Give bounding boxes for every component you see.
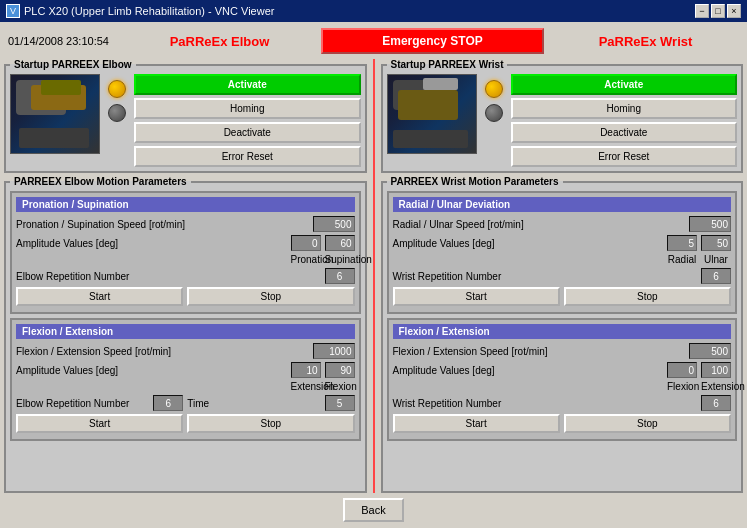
wrist-rep-label: Wrist Repetition Number	[393, 271, 698, 282]
parreex-elbow-label: PaRReEx Elbow	[126, 34, 313, 49]
elbow-activate-button[interactable]: Activate	[134, 74, 361, 95]
wrist-flex-ext-section: Flexion / Extension Flexion / Extension …	[387, 318, 738, 441]
pron-sup-section: Pronation / Supination Pronation / Supin…	[10, 191, 361, 314]
wrist-ext-ampl-input[interactable]	[701, 362, 731, 378]
flex-speed-label: Flexion / Extension Speed [rot/min]	[16, 346, 309, 357]
wrist-flex-ext-header: Flexion / Extension	[393, 324, 732, 339]
elbow-deactivate-button[interactable]: Deactivate	[134, 122, 361, 143]
elbow-led-1	[108, 80, 126, 98]
elbow-robot-image	[10, 74, 100, 154]
ext-ampl-input[interactable]	[291, 362, 321, 378]
ulnar-sublabel: Ulnar	[701, 254, 731, 265]
pron-stop-button[interactable]: Stop	[187, 287, 354, 306]
sup-ampl-input[interactable]	[325, 235, 355, 251]
elbow-rep-input[interactable]	[325, 268, 355, 284]
time-input[interactable]	[325, 395, 355, 411]
rad-ulnar-header: Radial / Ulnar Deviation	[393, 197, 732, 212]
wrist-motion-legend: PARREEX Wrist Motion Parameters	[387, 176, 563, 187]
wrist-flex-speed-label: Flexion / Extension Speed [rot/min]	[393, 346, 686, 357]
pron-sup-header: Pronation / Supination	[16, 197, 355, 212]
uln-ampl-input[interactable]	[701, 235, 731, 251]
title-bar: V PLC X20 (Upper Limb Rehabilitation) - …	[0, 0, 747, 22]
flex-rep-label: Elbow Repetition Number	[16, 398, 149, 409]
rad-ampl-input[interactable]	[667, 235, 697, 251]
wrist-led-2	[485, 104, 503, 122]
wrist-flex-rep-label: Wrist Repetition Number	[393, 398, 698, 409]
wrist-motion-box: PARREEX Wrist Motion Parameters Radial /…	[381, 176, 744, 493]
time-label: Time	[187, 398, 320, 409]
window-title: PLC X20 (Upper Limb Rehabilitation) - VN…	[24, 5, 274, 17]
startup-elbow-box: Startup PARREEX Elbow	[4, 59, 367, 173]
wrist-activate-button[interactable]: Activate	[511, 74, 738, 95]
elbow-rep-label: Elbow Repetition Number	[16, 271, 321, 282]
flex-start-button[interactable]: Start	[16, 414, 183, 433]
pronation-sublabel: Pronation	[291, 254, 321, 265]
elbow-led-2	[108, 104, 126, 122]
elbow-error-reset-button[interactable]: Error Reset	[134, 146, 361, 167]
minimize-button[interactable]: −	[695, 4, 709, 18]
wrist-extension-sublabel: Extension	[701, 381, 731, 392]
elbow-leds	[104, 74, 130, 128]
pron-ampl-label: Amplitude Values [deg]	[16, 238, 287, 249]
maximize-button[interactable]: □	[711, 4, 725, 18]
supination-sublabel: Supination	[325, 254, 355, 265]
wrist-flex-ampl-input[interactable]	[667, 362, 697, 378]
rad-ampl-label: Amplitude Values [deg]	[393, 238, 664, 249]
parreex-wrist-label: PaRReEx Wrist	[552, 34, 739, 49]
wrist-deactivate-button[interactable]: Deactivate	[511, 122, 738, 143]
flex-speed-input[interactable]	[313, 343, 355, 359]
startup-elbow-legend: Startup PARREEX Elbow	[10, 59, 136, 70]
wrist-flex-speed-input[interactable]	[689, 343, 731, 359]
flexion-sublabel: Flexion	[325, 381, 355, 392]
elbow-homing-button[interactable]: Homing	[134, 98, 361, 119]
datetime-label: 01/14/2008 23:10:54	[8, 35, 118, 47]
wrist-homing-button[interactable]: Homing	[511, 98, 738, 119]
elbow-motion-legend: PARREEX Elbow Motion Parameters	[10, 176, 191, 187]
radial-sublabel: Radial	[667, 254, 697, 265]
rad-ulnar-section: Radial / Ulnar Deviation Radial / Ulnar …	[387, 191, 738, 314]
wrist-flex-ampl-label: Amplitude Values [deg]	[393, 365, 664, 376]
back-button[interactable]: Back	[343, 498, 403, 522]
extension-sublabel: Extension	[291, 381, 321, 392]
pron-speed-input[interactable]	[313, 216, 355, 232]
wrist-error-reset-button[interactable]: Error Reset	[511, 146, 738, 167]
column-divider	[373, 59, 375, 493]
rad-speed-label: Radial / Ulnar Speed [rot/min]	[393, 219, 686, 230]
flex-ampl-input[interactable]	[325, 362, 355, 378]
app-icon: V	[6, 4, 20, 18]
rad-speed-input[interactable]	[689, 216, 731, 232]
rad-start-button[interactable]: Start	[393, 287, 560, 306]
close-button[interactable]: ×	[727, 4, 741, 18]
pron-speed-label: Pronation / Supination Speed [rot/min]	[16, 219, 309, 230]
wrist-rep-input[interactable]	[701, 268, 731, 284]
startup-wrist-box: Startup PARREEX Wrist	[381, 59, 744, 173]
flex-ext-section: Flexion / Extension Flexion / Extension …	[10, 318, 361, 441]
elbow-motion-box: PARREEX Elbow Motion Parameters Pronatio…	[4, 176, 367, 493]
flex-rep-input[interactable]	[153, 395, 183, 411]
flex-ampl-label: Amplitude Values [deg]	[16, 365, 287, 376]
wrist-leds	[481, 74, 507, 128]
wrist-flexion-sublabel: Flexion	[667, 381, 697, 392]
pron-start-button[interactable]: Start	[16, 287, 183, 306]
flex-stop-button[interactable]: Stop	[187, 414, 354, 433]
rad-stop-button[interactable]: Stop	[564, 287, 731, 306]
pron-ampl-input[interactable]	[291, 235, 321, 251]
wrist-robot-image	[387, 74, 477, 154]
top-bar: 01/14/2008 23:10:54 PaRReEx Elbow Emerge…	[4, 26, 743, 56]
wrist-flex-stop-button[interactable]: Stop	[564, 414, 731, 433]
flex-ext-header: Flexion / Extension	[16, 324, 355, 339]
wrist-flex-rep-input[interactable]	[701, 395, 731, 411]
wrist-flex-start-button[interactable]: Start	[393, 414, 560, 433]
wrist-led-1	[485, 80, 503, 98]
startup-wrist-legend: Startup PARREEX Wrist	[387, 59, 508, 70]
emergency-stop-button[interactable]: Emergency STOP	[321, 28, 544, 54]
